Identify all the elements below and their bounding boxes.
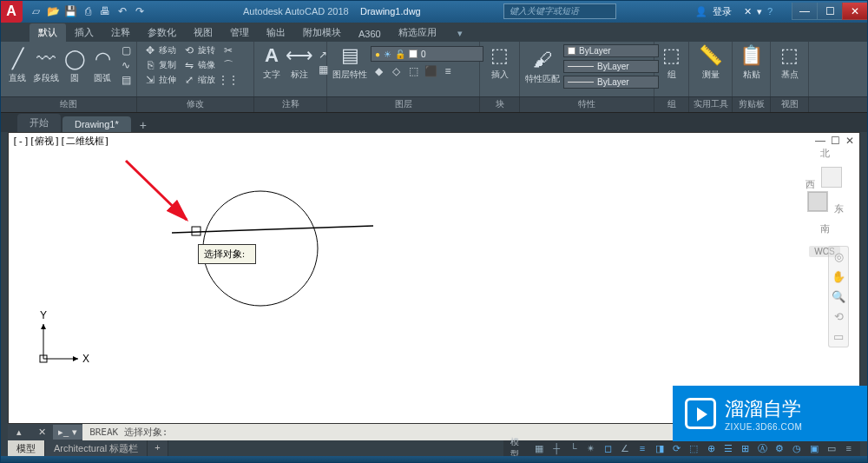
layout-tab-arch[interactable]: Architectural 标题栏 [45, 440, 148, 456]
tool-move[interactable]: ✥移动 [142, 43, 178, 57]
layer-tool-4[interactable]: ⬛ [423, 64, 438, 78]
tool-circle[interactable]: ◯圆 [62, 47, 87, 84]
qat-open-icon[interactable]: 📂 [45, 3, 61, 19]
help-icon[interactable]: ? [767, 6, 773, 17]
status-ortho-icon[interactable]: └ [565, 441, 582, 455]
tool-arc[interactable]: ◠圆弧 [90, 47, 115, 84]
tool-copy[interactable]: ⎘复制 [142, 58, 178, 72]
tab-insert[interactable]: 插入 [66, 23, 102, 42]
nav-orbit-icon[interactable]: ⟲ [834, 310, 844, 323]
tool-group[interactable]: ⬚组 [660, 43, 683, 81]
tab-featured[interactable]: 精选应用 [390, 23, 445, 42]
status-model-label[interactable]: 模型 [507, 441, 530, 455]
panel-title-group[interactable]: 组 [654, 97, 689, 112]
tool-measure[interactable]: 📏测量 [694, 43, 727, 81]
tab-expand-icon[interactable]: ▾ [449, 25, 471, 42]
status-otrack-icon[interactable]: ∠ [617, 441, 634, 455]
layout-add-button[interactable]: + [148, 440, 168, 456]
tab-start[interactable]: 开始 [17, 114, 61, 132]
status-transparency-icon[interactable]: ◨ [651, 441, 667, 455]
tool-matchprop[interactable]: 🖌特性匹配 [525, 48, 560, 85]
layer-tool-2[interactable]: ◇ [388, 64, 404, 78]
nav-north[interactable]: 北 [797, 147, 852, 160]
qat-save-icon[interactable]: 💾 [62, 3, 78, 19]
tool-line[interactable]: ╱直线 [5, 47, 30, 84]
tab-a360[interactable]: A360 [350, 26, 390, 42]
tab-drawing1[interactable]: Drawing1* [62, 116, 131, 132]
lineweight-dropdown[interactable]: ByLayer [563, 60, 659, 73]
tool-trim[interactable]: ✂ [220, 43, 236, 57]
status-iso-icon[interactable]: ▣ [806, 441, 823, 455]
cmd-history-button[interactable]: ▴ [8, 427, 30, 438]
qat-new-icon[interactable]: ▱ [28, 3, 43, 19]
tool-insert-block[interactable]: ⬚插入 [485, 43, 514, 81]
cmd-prompt-icon[interactable]: ▸_▾ [53, 425, 82, 440]
exchange-icon[interactable]: ✕ [744, 6, 752, 17]
panel-title-annotate[interactable]: 注释 [254, 97, 327, 112]
status-grid-icon[interactable]: ▦ [531, 441, 548, 455]
entity-line[interactable] [172, 226, 373, 233]
maximize-button[interactable]: ☐ [817, 3, 843, 20]
nav-face-w[interactable] [821, 167, 842, 188]
tool-dimension[interactable]: ⟷标注 [287, 43, 312, 81]
panel-title-view[interactable]: 视图 [771, 97, 809, 112]
tab-view[interactable]: 视图 [185, 23, 221, 42]
status-sc-icon[interactable]: ⊞ [737, 441, 753, 455]
tool-polyline[interactable]: 〰多段线 [33, 47, 59, 84]
status-lwt-icon[interactable]: ≡ [635, 441, 651, 455]
minimize-button[interactable]: — [792, 3, 818, 20]
status-ann-icon[interactable]: Ⓐ [754, 441, 771, 455]
user-area[interactable]: 👤 登录 ✕ ▾ ? [695, 5, 773, 18]
tool-rect[interactable]: ▢ [118, 43, 134, 57]
view-cube[interactable]: 北 西 东 南 WCS [797, 140, 852, 258]
tab-add-button[interactable]: + [133, 118, 154, 132]
panel-title-layers[interactable]: 图层 [327, 97, 480, 112]
tool-mirror[interactable]: ⇋镜像 [181, 58, 217, 72]
app-logo[interactable]: A [0, 0, 23, 23]
status-cycle-icon[interactable]: ⟳ [668, 441, 685, 455]
qat-saveas-icon[interactable]: ⎙ [80, 3, 95, 19]
tool-array[interactable]: ⋮⋮ [220, 73, 236, 87]
nav-face-top[interactable] [807, 191, 828, 212]
nav-showmotion-icon[interactable]: ▭ [833, 330, 844, 343]
status-custom-icon[interactable]: ≡ [840, 441, 857, 455]
close-button[interactable]: ✕ [842, 3, 868, 20]
linetype-dropdown[interactable]: ByLayer [563, 76, 659, 89]
status-3dosnap-icon[interactable]: ⬚ [686, 441, 702, 455]
panel-title-modify[interactable]: 修改 [137, 97, 254, 112]
tool-hatch[interactable]: ▤ [118, 73, 134, 87]
tool-spline[interactable]: ∿ [118, 58, 134, 72]
tool-base[interactable]: ⬚基点 [776, 43, 803, 81]
status-ws-icon[interactable]: ⚙ [772, 441, 788, 455]
layer-tool-1[interactable]: ◆ [371, 64, 386, 78]
tool-stretch[interactable]: ⇲拉伸 [142, 73, 178, 87]
tab-parametric[interactable]: 参数化 [139, 23, 185, 42]
status-monitor-icon[interactable]: ◷ [789, 441, 806, 455]
status-snap-icon[interactable]: ┼ [549, 441, 565, 455]
tool-paste[interactable]: 📋粘贴 [738, 43, 765, 81]
status-clean-icon[interactable]: ▭ [823, 441, 839, 455]
layer-tool-3[interactable]: ⬚ [405, 64, 421, 78]
panel-title-clip[interactable]: 剪贴板 [733, 97, 771, 112]
nav-pan-icon[interactable]: ✋ [832, 270, 845, 283]
nav-south[interactable]: 南 [797, 222, 852, 235]
tool-rotate[interactable]: ⟲旋转 [181, 43, 217, 57]
panel-title-props[interactable]: 特性 [520, 97, 654, 112]
tool-layer-props[interactable]: ▤图层特性 [332, 43, 367, 81]
tool-text[interactable]: A文字 [260, 43, 284, 81]
tab-addins[interactable]: 附加模块 [294, 23, 350, 42]
panel-title-block[interactable]: 块 [480, 97, 520, 112]
tab-default[interactable]: 默认 [30, 23, 66, 42]
tab-output[interactable]: 输出 [258, 23, 294, 42]
tab-manage[interactable]: 管理 [221, 23, 258, 42]
tool-scale[interactable]: ⤢缩放 [181, 73, 217, 87]
help-search-input[interactable]: 键入关键字或短语 [503, 3, 616, 19]
status-polar-icon[interactable]: ✴ [582, 441, 599, 455]
layer-tool-5[interactable]: ≡ [440, 64, 456, 78]
status-qp-icon[interactable]: ☰ [720, 441, 737, 455]
nav-zoom-icon[interactable]: 🔍 [832, 290, 845, 303]
panel-title-utils[interactable]: 实用工具 [689, 97, 733, 112]
qat-plot-icon[interactable]: 🖶 [97, 3, 113, 19]
tool-fillet[interactable]: ⌒ [220, 58, 236, 72]
cmd-close-button[interactable]: ✕ [30, 427, 53, 438]
